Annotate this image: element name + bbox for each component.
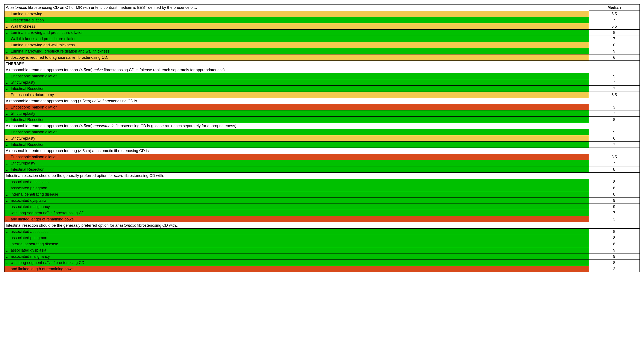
median-cell — [589, 173, 640, 179]
statement-cell: … Intestinal Resection — [4, 166, 589, 173]
table-row: … Luminal narrowing5.5 — [4, 11, 640, 17]
median-cell: 9 — [589, 247, 640, 254]
statement-cell: … Strictureplasty — [4, 160, 589, 166]
table-row: … internal penetrating disease8 — [4, 191, 640, 198]
median-cell: 9 — [589, 254, 640, 260]
statement-cell: … with long-segment naïve fibrostenosing… — [4, 210, 589, 216]
statement-cell: … Luminal narrowing and wall thickness — [4, 42, 589, 48]
statement-cell: … associated dysplasia — [4, 247, 589, 254]
statement-cell: … Wall thickness and prestricture dilati… — [4, 36, 589, 42]
median-cell: 7 — [589, 86, 640, 92]
statement-cell: … Luminal narrowing and prestricture dil… — [4, 29, 589, 36]
table-row: … internal penetrating disease8 — [4, 241, 640, 247]
table-row: … Strictureplasty7 — [4, 110, 640, 117]
statement-cell: Intestinal resection should be the gener… — [4, 173, 589, 179]
median-cell: 8 — [589, 29, 640, 36]
table-row: … and limited length of remaining bowel3 — [4, 216, 640, 222]
median-cell: 8 — [589, 191, 640, 198]
table-row: … Endoscopic balloon dilation3 — [4, 104, 640, 110]
table-row: Endoscopy is required to diagnose naive … — [4, 54, 640, 61]
statement-cell: … Endoscopic balloon dilation — [4, 104, 589, 110]
median-cell: 8 — [589, 235, 640, 241]
median-cell: 5.5 — [589, 23, 640, 29]
table-row: … Strictureplasty7 — [4, 79, 640, 86]
statement-cell: … associated phlegmon — [4, 185, 589, 191]
statement-cell: A reasonable treatment approach for shor… — [4, 67, 589, 73]
statement-cell: … Luminal narrowing — [4, 11, 589, 17]
table-row: … associated malignancy9 — [4, 204, 640, 210]
median-cell — [589, 148, 640, 154]
median-cell: 7 — [589, 17, 640, 23]
table-row: … Intestinal Resection7 — [4, 142, 640, 148]
table-row: … associated abscesses8 — [4, 229, 640, 235]
median-cell — [589, 98, 640, 104]
median-cell: 6 — [589, 54, 640, 61]
median-cell: 7 — [589, 110, 640, 117]
table-row: … Luminal narrowing and prestricture dil… — [4, 29, 640, 36]
median-header: Median — [589, 4, 640, 11]
table-row: Intestinal resection should be the gener… — [4, 222, 640, 229]
table-row: … Luminal narrowing and wall thickness6 — [4, 42, 640, 48]
statement-cell: … associated dysplasia — [4, 198, 589, 204]
table-row: … Endoscopic stricturotomy5.5 — [4, 92, 640, 98]
statement-cell: … Intestinal Resection — [4, 86, 589, 92]
statement-cell: Intestinal resection should be the gener… — [4, 222, 589, 229]
statement-cell: … Endoscopic stricturotomy — [4, 92, 589, 98]
statement-cell: … Endoscopic balloon dilation — [4, 129, 589, 135]
median-cell — [589, 222, 640, 229]
table-row: … associated dysplasia9 — [4, 198, 640, 204]
statement-cell: … and limited length of remaining bowel — [4, 216, 589, 222]
table-row: … Strictureplasty6 — [4, 135, 640, 142]
table-row: A reasonable treatment approach for long… — [4, 98, 640, 104]
median-cell: 9 — [589, 204, 640, 210]
table-row: … Strictureplasty7 — [4, 160, 640, 166]
table-row: … Endoscopic balloon dilation9 — [4, 73, 640, 79]
median-cell: 8 — [589, 179, 640, 185]
statement-cell: … with long-segment naïve fibrostenosing… — [4, 260, 589, 266]
table-row: A reasonable treatment approach for long… — [4, 148, 640, 154]
table-row: … Intestinal Resection8 — [4, 166, 640, 173]
table-row: … Intestinal Resection8 — [4, 117, 640, 123]
table-row: … Endoscopic balloon dilation9 — [4, 129, 640, 135]
table-row: … with long-segment naïve fibrostenosing… — [4, 260, 640, 266]
statement-cell: … Intestinal Resection — [4, 142, 589, 148]
table-row: … associated dysplasia9 — [4, 247, 640, 254]
table-row: … associated phlegmon8 — [4, 235, 640, 241]
median-cell — [589, 123, 640, 129]
median-cell: 9 — [589, 48, 640, 54]
statement-cell: … associated malignancy — [4, 254, 589, 260]
statement-cell: … internal penetrating disease — [4, 191, 589, 198]
table-row: A reasonable treatment approach for shor… — [4, 123, 640, 129]
table-row: … with long-segment naïve fibrostenosing… — [4, 210, 640, 216]
statement-cell: … Intestinal Resection — [4, 117, 589, 123]
table-row: Intestinal resection should be the gener… — [4, 173, 640, 179]
median-cell: 7 — [589, 142, 640, 148]
table-row: … Luminal narrowing, prestricture dilati… — [4, 48, 640, 54]
statement-cell: … Wall thickness — [4, 23, 589, 29]
statement-cell: Endoscopy is required to diagnose naive … — [4, 54, 589, 61]
median-cell: 9 — [589, 129, 640, 135]
statement-cell: Anastomotic fibrostenosing CD on CT or M… — [4, 4, 589, 11]
statement-cell: … Strictureplasty — [4, 135, 589, 142]
median-cell: 9 — [589, 198, 640, 204]
median-cell: 8 — [589, 241, 640, 247]
median-cell: 8 — [589, 229, 640, 235]
table-row: THERAPY — [4, 61, 640, 67]
statement-cell: … Strictureplasty — [4, 79, 589, 86]
median-cell: 3 — [589, 266, 640, 272]
median-cell: 7 — [589, 79, 640, 86]
median-cell: 8 — [589, 185, 640, 191]
table-row: … associated phlegmon8 — [4, 185, 640, 191]
table-row: … Wall thickness and prestricture dilati… — [4, 36, 640, 42]
median-cell: 9 — [589, 73, 640, 79]
table-row: … Endoscopic balloon dilation3.5 — [4, 154, 640, 160]
median-cell: 7 — [589, 36, 640, 42]
table-row: … Intestinal Resection7 — [4, 86, 640, 92]
median-cell: 5.5 — [589, 92, 640, 98]
statement-cell: … and limited length of remaining bowel — [4, 266, 589, 272]
statement-cell: … Endoscopic balloon dilation — [4, 73, 589, 79]
median-cell: 6 — [589, 42, 640, 48]
median-cell: 7 — [589, 160, 640, 166]
median-cell: 8 — [589, 166, 640, 173]
median-cell: 3 — [589, 104, 640, 110]
